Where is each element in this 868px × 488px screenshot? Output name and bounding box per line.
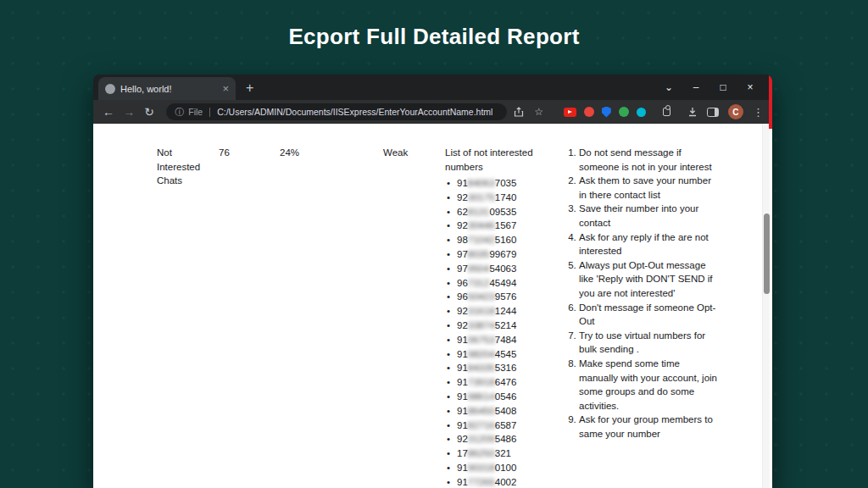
tab-close-icon[interactable]: × (222, 83, 229, 94)
refresh-button-icon[interactable]: ↻ (142, 105, 156, 119)
minimize-button[interactable]: – (682, 75, 709, 100)
tips-column: Do not send message if someone is not in… (566, 146, 717, 441)
tip-item: Save their number into your contact (579, 202, 717, 230)
phone-number-item: 92304461567 (445, 219, 548, 233)
phone-number-item: 91843355316 (445, 361, 548, 375)
window-controls: ⌄ – □ × (655, 75, 764, 100)
row-count: 76 (219, 146, 230, 160)
page-info-icon[interactable]: ⓘ (175, 106, 184, 119)
browser-tab[interactable]: Hello, world! × (98, 77, 236, 100)
address-bar[interactable]: ⓘ File C:/Users/ADMIN/Documents/IISExpre… (166, 103, 507, 120)
phone-number-item: 96504239576 (445, 290, 548, 304)
phone-number-item: 92338745214 (445, 319, 548, 333)
tip-item: Ask for any reply if the are not interes… (579, 230, 717, 258)
browser-toolbar: ← → ↻ ⓘ File C:/Users/ADMIN/Documents/II… (93, 100, 772, 124)
downloads-icon[interactable] (687, 107, 698, 117)
row-strength: Weak (383, 146, 408, 160)
bookmark-star-icon[interactable]: ☆ (533, 106, 545, 118)
phone-number-item: 91986140546 (445, 390, 548, 404)
page-content: Not Interested Chats 76 24% Weak List of… (93, 124, 772, 488)
phone-number-item: 91772654002 (445, 475, 548, 488)
address-scheme-label: File (188, 107, 203, 117)
phone-number-item: 97803599679 (445, 247, 548, 262)
share-icon[interactable] (514, 107, 526, 117)
tip-item: Ask for your group members to same your … (579, 413, 717, 441)
numbers-list-title: List of not interested numbers (445, 146, 548, 174)
tip-item: Always put Opt-Out message like 'Reply w… (579, 258, 717, 301)
maximize-button[interactable]: □ (709, 75, 737, 100)
phone-number-item: 91840637035 (445, 176, 548, 191)
tab-search-chevron-icon[interactable]: ⌄ (655, 75, 682, 100)
tip-item: Do not send message if someone is not in… (579, 146, 717, 174)
browser-window: Hello, world! × + ⌄ – □ × ← → ↻ ⓘ File C… (93, 75, 772, 488)
numbers-column: List of not interested numbers 918406370… (445, 146, 548, 488)
phone-number-item: 91903180100 (445, 461, 548, 475)
tips-list: Do not send message if someone is not in… (566, 146, 717, 441)
tab-bar: Hello, world! × + ⌄ – □ × (93, 75, 772, 100)
phone-number-item: 96731245494 (445, 276, 548, 291)
side-panel-icon[interactable] (707, 108, 719, 117)
phone-number-item: 1786250321 (445, 446, 548, 461)
extensions-cluster (564, 107, 646, 118)
tip-item: Try to use virtual numbers for bulk send… (579, 329, 717, 357)
phone-number-item: 62813109535 (445, 205, 548, 219)
profile-avatar[interactable]: C (728, 104, 743, 119)
tab-title: Hello, world! (120, 84, 217, 94)
red-edge-strip (769, 75, 772, 129)
red-extension-icon[interactable] (584, 107, 594, 117)
tab-favicon-icon (105, 84, 115, 94)
phone-number-item: 91864505408 (445, 404, 548, 419)
phone-number-item: 92301751740 (445, 191, 548, 205)
scrollbar-thumb[interactable] (764, 214, 770, 294)
phone-number-item: 91739186476 (445, 375, 548, 390)
tip-item: Make spend some time manually with your … (579, 357, 717, 413)
phone-number-item: 98710425160 (445, 233, 548, 247)
phone-numbers-list: 91840637035 92301751740 62813109535 9230… (445, 176, 548, 488)
close-button[interactable]: × (737, 75, 764, 100)
row-label: Not Interested Chats (157, 146, 211, 188)
phone-number-item: 97950454063 (445, 262, 548, 276)
phone-number-item: 91827166587 (445, 419, 548, 433)
menu-kebab-icon[interactable]: ⋮ (753, 106, 764, 119)
phone-number-item: 91067537484 (445, 333, 548, 347)
phone-number-item: 92316181244 (445, 304, 548, 319)
new-tab-button[interactable]: + (246, 80, 253, 96)
youtube-extension-icon[interactable] (564, 108, 576, 117)
address-url-text: C:/Users/ADMIN/Documents/IISExpress/Ente… (217, 107, 492, 117)
row-percent: 24% (280, 146, 299, 160)
content-scrollbar[interactable] (762, 124, 770, 488)
extensions-puzzle-icon[interactable] (663, 108, 670, 116)
shield-extension-icon[interactable] (602, 107, 611, 118)
toolbar-right-cluster: C ⋮ (687, 104, 764, 119)
green-extension-icon[interactable] (619, 107, 629, 117)
tip-item: Don't message if someone Opt-Out (579, 301, 717, 329)
forward-button-icon[interactable]: → (122, 105, 136, 119)
phone-number-item: 91982044545 (445, 347, 548, 362)
teal-extension-icon[interactable] (637, 108, 646, 117)
page-title: Ecport Full Detailed Report (0, 24, 868, 50)
address-divider (209, 108, 210, 117)
phone-number-item: 92312095486 (445, 432, 548, 446)
tip-item: Ask them to save your number in there co… (579, 174, 717, 202)
back-button-icon[interactable]: ← (102, 105, 115, 119)
